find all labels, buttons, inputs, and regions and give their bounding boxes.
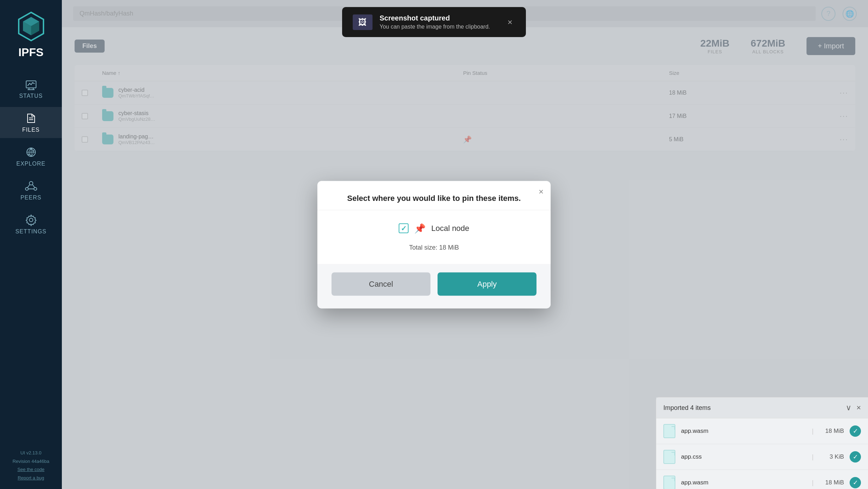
sidebar-item-status[interactable]: STATUS bbox=[0, 73, 62, 104]
pin-node-label: Local node bbox=[431, 224, 469, 233]
toast-content: Screenshot captured You can paste the im… bbox=[380, 14, 490, 30]
ipfs-logo bbox=[15, 11, 47, 42]
pin-option-checkbox[interactable] bbox=[399, 223, 409, 233]
sidebar-footer: UI v2.13.0 Revision 44a46ba See the code… bbox=[12, 449, 49, 482]
svg-point-18 bbox=[25, 187, 28, 190]
sidebar-item-label: PEERS bbox=[20, 195, 41, 201]
sidebar: IPFS STATUS FILES bbox=[0, 0, 62, 489]
see-code-link[interactable]: See the code bbox=[17, 467, 45, 472]
sidebar-item-files[interactable]: FILES bbox=[0, 107, 62, 138]
app-name: IPFS bbox=[18, 46, 43, 59]
modal-body: 📌 Local node Total size: 18 MiB bbox=[317, 210, 551, 264]
pin-modal: Select where you would like to pin these… bbox=[317, 181, 551, 308]
svg-point-23 bbox=[29, 218, 33, 222]
explore-icon bbox=[25, 146, 37, 159]
peers-icon bbox=[25, 180, 37, 192]
sidebar-item-peers[interactable]: PEERS bbox=[0, 175, 62, 206]
pin-option: 📌 Local node bbox=[332, 223, 536, 234]
modal-header: Select where you would like to pin these… bbox=[317, 181, 551, 210]
svg-line-20 bbox=[28, 185, 30, 187]
cancel-button[interactable]: Cancel bbox=[332, 272, 430, 296]
svg-line-21 bbox=[33, 185, 35, 187]
svg-point-15 bbox=[33, 150, 34, 151]
svg-point-14 bbox=[30, 149, 32, 150]
screenshot-toast: 🖼 Screenshot captured You can paste the … bbox=[342, 7, 526, 37]
sidebar-item-label: EXPLORE bbox=[16, 161, 46, 167]
sidebar-item-label: STATUS bbox=[19, 93, 43, 99]
toast-subtitle: You can paste the image from the clipboa… bbox=[380, 24, 490, 30]
version-text: UI v2.13.0 bbox=[12, 449, 49, 457]
sidebar-item-explore[interactable]: EXPLORE bbox=[0, 141, 62, 172]
sidebar-item-settings[interactable]: SETTINGS bbox=[0, 209, 62, 240]
modal-close-button[interactable]: × bbox=[539, 186, 544, 196]
sidebar-item-label: SETTINGS bbox=[15, 228, 46, 235]
report-bug-link[interactable]: Report a bug bbox=[18, 475, 44, 481]
files-icon bbox=[25, 112, 37, 125]
toast-icon: 🖼 bbox=[353, 14, 373, 30]
svg-point-19 bbox=[34, 187, 37, 190]
toast-title: Screenshot captured bbox=[380, 14, 490, 22]
sidebar-item-label: FILES bbox=[22, 127, 40, 133]
modal-title: Select where you would like to pin these… bbox=[347, 193, 521, 202]
svg-point-17 bbox=[29, 181, 33, 185]
revision-text: Revision 44a46ba bbox=[12, 457, 49, 465]
pin-total-size: Total size: 18 MiB bbox=[332, 244, 536, 251]
modal-footer: Cancel Apply bbox=[317, 264, 551, 308]
apply-button[interactable]: Apply bbox=[438, 272, 536, 296]
settings-icon bbox=[25, 214, 37, 226]
svg-point-16 bbox=[28, 154, 30, 155]
sidebar-navigation: STATUS FILES EXPLORE bbox=[0, 73, 62, 240]
status-icon bbox=[25, 78, 37, 91]
toast-close-button[interactable]: × bbox=[505, 17, 515, 27]
pin-node-icon: 📌 bbox=[414, 223, 426, 234]
